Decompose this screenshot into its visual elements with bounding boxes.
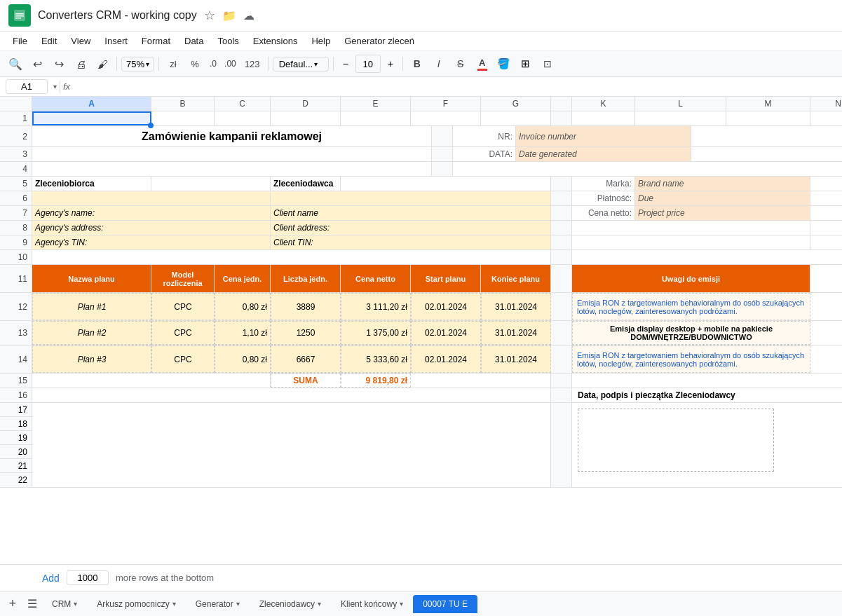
menu-tools[interactable]: Tools xyxy=(210,33,245,49)
strikethrough-button[interactable]: S xyxy=(451,54,470,74)
cell-C13[interactable]: 1,10 zł xyxy=(215,321,271,345)
font-selector[interactable]: Defaul... ▾ xyxy=(273,57,329,71)
cell-A14[interactable]: Plan #3 xyxy=(32,345,151,373)
cell-E13[interactable]: 1 375,00 zł xyxy=(341,321,411,345)
font-size-decrease[interactable]: − xyxy=(338,56,353,71)
cell-F12[interactable]: 02.01.2024 xyxy=(411,293,481,320)
cell-E15[interactable]: 9 819,80 zł xyxy=(341,374,411,388)
cell-B14[interactable]: CPC xyxy=(151,345,215,373)
cell-F13[interactable]: 02.01.2024 xyxy=(411,321,481,345)
cell-A3-G3[interactable] xyxy=(32,147,432,161)
cell-K10-N10[interactable] xyxy=(572,250,810,264)
col-header-D[interactable]: D xyxy=(271,97,341,111)
cell-E12[interactable]: 3 111,20 zł xyxy=(341,293,411,320)
zoom-control[interactable]: 75% ▾ xyxy=(121,57,154,71)
cell-G12[interactable]: 31.01.2024 xyxy=(481,293,551,320)
cell-K6[interactable]: Płatność: xyxy=(572,191,635,205)
menu-edit[interactable]: Edit xyxy=(34,33,64,49)
cell-A1[interactable] xyxy=(32,111,151,125)
redo-button[interactable]: ↪ xyxy=(49,54,69,74)
cell-K5[interactable]: Marka: xyxy=(572,177,635,191)
tab-klient-koncowy[interactable]: Klient końcowy ▾ xyxy=(331,595,413,613)
cell-E11[interactable]: Cena netto xyxy=(341,265,411,292)
tab-crm[interactable]: CRM ▾ xyxy=(42,595,87,613)
cell-D6-G6[interactable] xyxy=(271,191,551,205)
menu-view[interactable]: View xyxy=(64,33,97,49)
cell-A10-G10[interactable] xyxy=(32,250,551,264)
merge-cells-button[interactable]: ⊡ xyxy=(538,54,557,74)
cell-B1[interactable] xyxy=(151,111,215,125)
cell-D14[interactable]: 6667 xyxy=(271,345,341,373)
cell-K16-N16[interactable]: Data, podpis i pieczątka Zleceniodawcy xyxy=(572,388,810,402)
italic-button[interactable]: I xyxy=(429,54,449,74)
tab-arkusz-pomocniczy[interactable]: Arkusz pomocniczy ▾ xyxy=(87,595,185,613)
cell-LM7[interactable]: Project price xyxy=(635,206,810,220)
col-header-E[interactable]: E xyxy=(341,97,411,111)
add-rows-input[interactable] xyxy=(67,570,109,585)
cell-K8-N8[interactable] xyxy=(572,221,810,235)
cell-K2[interactable]: NR: xyxy=(453,126,516,146)
col-header-M[interactable]: M xyxy=(726,97,810,111)
cell-A7[interactable]: Agency's name: xyxy=(32,206,271,220)
cell-KLM11[interactable]: Uwagi do emisji xyxy=(572,265,810,292)
sheets-menu-button[interactable]: ☰ xyxy=(22,594,42,614)
cell-C12[interactable]: 0,80 zł xyxy=(215,293,271,320)
cell-D5[interactable]: Zleceniodawca xyxy=(271,177,341,191)
add-button[interactable]: Add xyxy=(42,573,60,584)
cell-A16-G16[interactable] xyxy=(32,388,551,402)
menu-file[interactable]: File xyxy=(6,33,34,49)
print-button[interactable]: 🖨 xyxy=(71,54,90,74)
cell-D11[interactable]: Liczba jedn. xyxy=(271,265,341,292)
tab-zleceniodawcy[interactable]: Zleceniodawcy ▾ xyxy=(250,595,331,613)
col-header-K[interactable]: K xyxy=(572,97,635,111)
percent-btn[interactable]: % xyxy=(185,54,205,74)
cell-D7[interactable]: Client name xyxy=(271,206,551,220)
cell-A8[interactable]: Agency's address: xyxy=(32,221,271,235)
search-button[interactable]: 🔍 xyxy=(6,54,25,74)
cell-LM5[interactable]: Brand name xyxy=(635,177,810,191)
cell-G1[interactable] xyxy=(481,111,551,125)
cell-G13[interactable]: 31.01.2024 xyxy=(481,321,551,345)
add-sheet-button[interactable]: + xyxy=(3,594,22,614)
cell-D12[interactable]: 3889 xyxy=(271,293,341,320)
signature-area[interactable] xyxy=(572,403,810,487)
cell-A15-C15[interactable] xyxy=(32,374,271,388)
number-format-btn[interactable]: 123 xyxy=(241,54,264,74)
cell-E5-G5[interactable] xyxy=(341,177,551,191)
cell-D9[interactable]: Client TIN: xyxy=(271,235,551,249)
cell-D8[interactable]: Client address: xyxy=(271,221,551,235)
cell-F15-G15[interactable] xyxy=(411,374,551,388)
cell-C1[interactable] xyxy=(215,111,271,125)
paint-format-button[interactable]: 🖌 xyxy=(93,54,112,74)
borders-button[interactable]: ⊞ xyxy=(516,54,536,74)
undo-button[interactable]: ↩ xyxy=(27,54,47,74)
cell-D15[interactable]: SUMA xyxy=(271,374,341,388)
cell-B5-C5[interactable] xyxy=(151,177,271,191)
cell-F14[interactable]: 02.01.2024 xyxy=(411,345,481,373)
font-size-box[interactable]: 10 xyxy=(355,55,381,73)
cell-A4-G4[interactable] xyxy=(32,162,432,176)
cell-C11[interactable]: Cena jedn. xyxy=(215,265,271,292)
cell-K9-N9[interactable] xyxy=(572,235,810,249)
col-header-A[interactable]: A xyxy=(32,97,151,111)
cell-A5[interactable]: Zleceniobiorca xyxy=(32,177,151,191)
col-header-F[interactable]: F xyxy=(411,97,481,111)
cell-G14[interactable]: 31.01.2024 xyxy=(481,345,551,373)
cell-E1[interactable] xyxy=(341,111,411,125)
cell-B12[interactable]: CPC xyxy=(151,293,215,320)
cloud-icon[interactable]: ☁ xyxy=(243,9,254,22)
cell-B11[interactable]: Model rozliczenia xyxy=(151,265,215,292)
cell-K15-N15[interactable] xyxy=(572,374,810,388)
cell-KLM12[interactable]: Emisja RON z targetowaniem behavioralnym… xyxy=(572,293,810,320)
star-icon[interactable]: ☆ xyxy=(204,8,215,23)
decimal-dec-btn[interactable]: .0 xyxy=(207,54,219,74)
cell-C14[interactable]: 0,80 zł xyxy=(215,345,271,373)
cell-LM6[interactable]: Due xyxy=(635,191,810,205)
cell-A13[interactable]: Plan #2 xyxy=(32,321,151,345)
cell-E14[interactable]: 5 333,60 zł xyxy=(341,345,411,373)
cell-A-G-rows17-22[interactable] xyxy=(32,403,551,487)
cell-G11[interactable]: Koniec planu xyxy=(481,265,551,292)
folder-icon[interactable]: 📁 xyxy=(222,9,236,22)
text-color-button[interactable]: A xyxy=(473,54,492,74)
cell-K4-M4[interactable] xyxy=(453,162,691,176)
